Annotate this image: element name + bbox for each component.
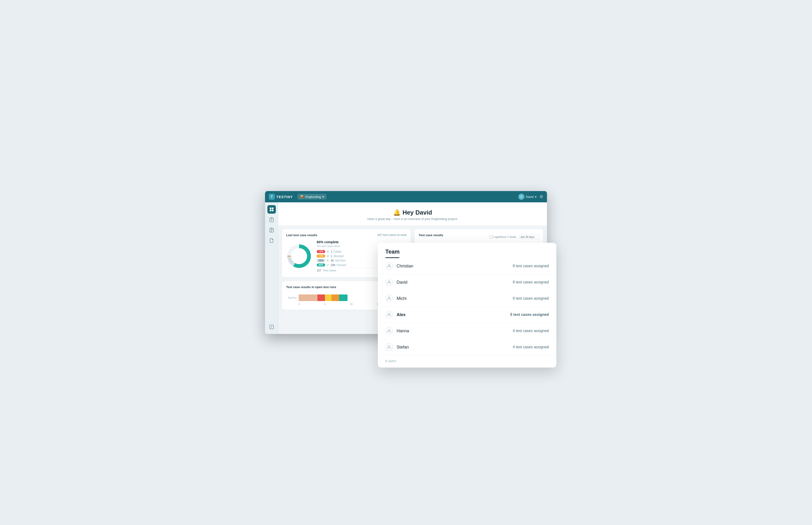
team-cases-david: 8 test cases assigned <box>513 280 549 284</box>
user-icon-david <box>385 279 393 286</box>
svg-rect-1 <box>272 208 274 209</box>
last-test-card-title: Last test case results 227 test cases in… <box>286 234 407 237</box>
user-menu[interactable]: D David ▾ <box>518 194 537 200</box>
team-overlay: Team Christian 8 test cases assigned Dav… <box>378 243 556 368</box>
svg-rect-0 <box>270 208 271 209</box>
passed-count: 189 <box>331 264 335 267</box>
log-scale-checkbox[interactable] <box>490 236 492 238</box>
svg-rect-3 <box>272 210 274 211</box>
app-window: T TESTINY 📦 Dogfooding ▾ D David ▾ ⚙ <box>265 191 547 334</box>
bar-label: Not Run <box>286 297 297 299</box>
blocked-count: 1 <box>331 255 332 258</box>
team-name-david: David <box>397 280 513 285</box>
donut-chart <box>286 243 312 269</box>
svg-point-31 <box>388 313 390 315</box>
user-icon-michi <box>385 295 393 302</box>
settings-icon[interactable]: ⚙ <box>539 194 543 199</box>
team-footer: 6 users <box>378 355 556 368</box>
bar-segment-4 <box>332 295 339 301</box>
bar-segment-2 <box>318 295 325 301</box>
team-row[interactable]: David 8 test cases assigned <box>378 274 556 290</box>
blocked-icon: ⊘ <box>326 254 329 258</box>
user-icon-christian <box>385 262 393 270</box>
team-row[interactable]: Stefan 4 test cases assigned <box>378 339 556 355</box>
team-row-alex[interactable]: Alex 5 test cases assigned <box>378 307 556 323</box>
sidebar-item-dashboard[interactable] <box>267 205 276 214</box>
chart-options: Logarithmic Y-Scale last 30 days <box>490 235 539 239</box>
badge-failed: <1% <box>317 250 325 253</box>
team-row[interactable]: Michi 6 test cases assigned <box>378 290 556 307</box>
blocked-label: Blocked <box>334 255 344 258</box>
page-title-text: Hey David <box>402 209 432 216</box>
team-name-hanna: Hanna <box>397 329 513 333</box>
page-title: 🔔 Hey David <box>283 209 542 216</box>
logo-icon: T <box>269 194 275 200</box>
team-cases-michi: 6 test cases assigned <box>513 296 549 301</box>
team-row[interactable]: Christian 8 test cases assigned <box>378 258 556 274</box>
bar-segment-3 <box>325 295 332 301</box>
svg-point-29 <box>388 281 390 283</box>
team-name-christian: Christian <box>397 264 513 269</box>
topbar-right: D David ▾ ⚙ <box>518 194 543 200</box>
team-name-alex: Alex <box>397 312 510 317</box>
user-name: David <box>526 195 534 198</box>
page-subtitle: Have a great day – here is an overview o… <box>283 217 542 221</box>
svg-rect-4 <box>270 218 274 222</box>
log-scale-label[interactable]: Logarithmic Y-Scale <box>490 236 516 238</box>
notrun-count: 36 <box>331 259 334 262</box>
page-emoji: 🔔 <box>393 209 401 216</box>
sidebar-item-clipboard1[interactable] <box>267 215 276 224</box>
failed-label: Failed <box>334 250 341 253</box>
team-cases-christian: 8 test cases assigned <box>513 264 549 268</box>
svg-rect-2 <box>270 210 271 211</box>
logo: T TESTINY <box>269 194 293 200</box>
total-count: 227 <box>317 269 321 272</box>
bar-segment-1 <box>298 295 318 301</box>
team-row[interactable]: Hanna 4 test cases assigned <box>378 323 556 339</box>
user-icon-stefan <box>385 343 393 351</box>
badge-passed: 83% <box>317 264 325 267</box>
passed-icon: ✓ <box>326 263 329 267</box>
total-count-label: 227 test cases in total <box>377 234 407 237</box>
team-cases-stefan: 4 test cases assigned <box>513 345 549 349</box>
user-dropdown-icon: ▾ <box>535 195 537 198</box>
date-range-select[interactable]: last 30 days <box>519 235 539 239</box>
badge-blocked: <1% <box>317 255 325 258</box>
project-dropdown-icon: ▾ <box>322 195 324 198</box>
topbar: T TESTINY 📦 Dogfooding ▾ D David ▾ ⚙ <box>265 191 547 202</box>
user-icon-hanna <box>385 327 393 335</box>
sidebar-item-doc[interactable] <box>267 236 276 245</box>
svg-point-32 <box>388 329 390 331</box>
svg-point-30 <box>388 297 390 299</box>
sidebar-item-clipboard2[interactable] <box>267 226 276 234</box>
team-list: Christian 8 test cases assigned David 8 … <box>378 258 556 355</box>
notrun-icon: ↻ <box>326 259 329 262</box>
team-cases-alex: 5 test cases assigned <box>510 313 549 317</box>
passed-label: Passed <box>337 264 346 267</box>
chart-header: Test case results Logarithmic Y-Scale la… <box>419 234 539 240</box>
user-avatar: D <box>518 194 524 200</box>
sidebar-item-collapse[interactable] <box>267 322 276 331</box>
project-selector[interactable]: 📦 Dogfooding ▾ <box>297 194 326 199</box>
sidebar <box>265 202 278 334</box>
notrun-label: Not Run <box>335 259 346 262</box>
line-chart-title: Test case results <box>419 234 443 237</box>
bar-segment-5 <box>339 295 348 301</box>
team-name-michi: Michi <box>397 296 513 301</box>
team-cases-hanna: 4 test cases assigned <box>513 329 549 333</box>
svg-point-33 <box>388 345 390 347</box>
project-name: Dogfooding <box>305 195 321 198</box>
badge-notrun: 16% <box>317 259 325 262</box>
failed-count: 1 <box>331 250 332 253</box>
team-name-stefan: Stefan <box>397 345 513 350</box>
svg-point-28 <box>388 265 390 266</box>
team-header: Team <box>378 243 556 258</box>
total-label: Test cases <box>323 269 336 272</box>
page-header: 🔔 Hey David Have a great day – here is a… <box>278 202 547 225</box>
logo-text: TESTINY <box>276 195 293 199</box>
team-title: Team <box>385 249 549 255</box>
bar-stack <box>298 295 348 301</box>
failed-icon: ✕ <box>326 250 329 253</box>
user-icon-alex <box>385 311 393 318</box>
